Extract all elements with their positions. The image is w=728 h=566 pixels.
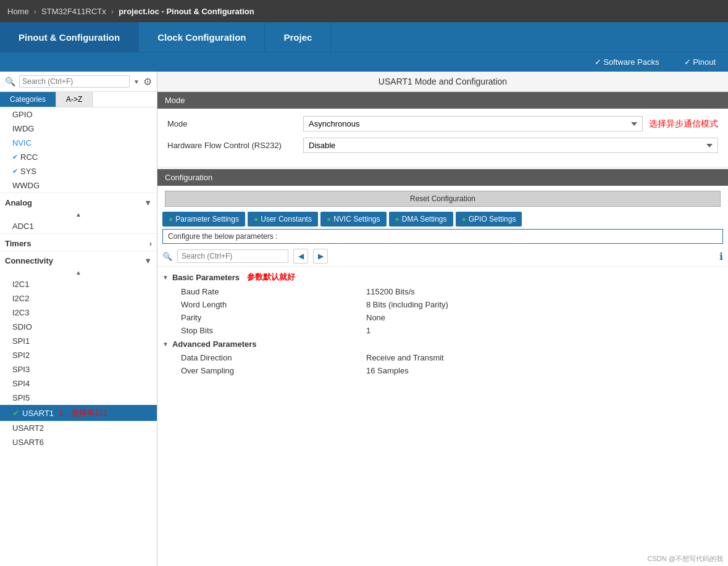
mode-label: Mode bbox=[167, 119, 303, 128]
breadcrumb-home[interactable]: Home bbox=[7, 7, 29, 16]
sidebar-tabs: Categories A->Z bbox=[0, 92, 157, 107]
params-note: Configure the below parameters : bbox=[162, 229, 723, 244]
mode-form-row: Mode Asynchronous Synchronous Disable 选择… bbox=[167, 116, 718, 131]
sidebar-item-usart2[interactable]: USART2 bbox=[0, 421, 157, 435]
usart1-annotation: 1，选择串口1 bbox=[59, 407, 107, 418]
params-row-data-direction: Data Direction Receive and Transmit bbox=[162, 351, 723, 364]
dma-tab-check-icon: ● bbox=[395, 215, 400, 223]
sidebar-tab-categories[interactable]: Categories bbox=[0, 92, 56, 107]
config-tab-gpio-settings[interactable]: ● GPIO Settings bbox=[456, 212, 522, 227]
mode-section-header: Mode bbox=[157, 92, 728, 109]
gear-icon[interactable]: ⚙ bbox=[143, 76, 152, 88]
params-row-word-length: Word Length 8 Bits (including Parity) bbox=[162, 298, 723, 311]
config-tab-parameter-settings[interactable]: ● Parameter Settings bbox=[162, 212, 245, 227]
tab-clock[interactable]: Clock Configuration bbox=[139, 22, 265, 52]
sidebar-item-nvic[interactable]: NVIC bbox=[0, 136, 157, 150]
params-content: ▼ Basic Parameters 参数默认就好 Baud Rate 1152… bbox=[157, 267, 728, 566]
sidebar-item-usart6[interactable]: USART6 bbox=[0, 435, 157, 449]
sidebar-tab-az[interactable]: A->Z bbox=[56, 92, 93, 107]
sidebar-search-row: 🔍 ▼ ⚙ bbox=[0, 72, 157, 92]
sidebar-item-i2c1[interactable]: I2C1 bbox=[0, 277, 157, 291]
sidebar-item-spi2[interactable]: SPI2 bbox=[0, 348, 157, 362]
timers-arrow: › bbox=[149, 239, 152, 248]
nvic-tab-check-icon: ● bbox=[327, 215, 331, 223]
sidebar-item-adc1[interactable]: ADC1 bbox=[0, 219, 157, 233]
params-nav-prev-button[interactable]: ◀ bbox=[293, 249, 308, 264]
config-tabs: ● Parameter Settings ● User Constants ● … bbox=[157, 212, 728, 227]
config-tab-nvic-settings[interactable]: ● NVIC Settings bbox=[320, 212, 387, 227]
config-tab-user-constants[interactable]: ● User Constants bbox=[248, 212, 318, 227]
params-row-stop-bits: Stop Bits 1 bbox=[162, 324, 723, 337]
params-search-row: 🔍 ◀ ▶ ℹ bbox=[157, 246, 728, 267]
sidebar-scroll-up-conn[interactable]: ▲ bbox=[0, 268, 157, 277]
params-row-baud-rate: Baud Rate 115200 Bits/s bbox=[162, 285, 723, 298]
analog-arrow: ▼ bbox=[144, 198, 152, 207]
sidebar-item-usart1[interactable]: ✔ USART1 1，选择串口1 bbox=[0, 405, 157, 421]
mode-select[interactable]: Asynchronous Synchronous Disable bbox=[303, 116, 643, 131]
tab-project[interactable]: Projec bbox=[265, 22, 331, 52]
sidebar-section-analog[interactable]: Analog ▼ bbox=[0, 193, 157, 210]
config-section: Configuration Reset Configuration ● Para… bbox=[157, 169, 728, 566]
sidebar-item-i2c2[interactable]: I2C2 bbox=[0, 291, 157, 306]
user-tab-check-icon: ● bbox=[254, 215, 258, 223]
sidebar-item-spi5[interactable]: SPI5 bbox=[0, 391, 157, 405]
basic-params-annotation: 参数默认就好 bbox=[247, 272, 295, 283]
breadcrumb-chip[interactable]: STM32F411RCTx bbox=[41, 7, 106, 16]
sidebar-item-sdio[interactable]: SDIO bbox=[0, 320, 157, 334]
search-icon: 🔍 bbox=[5, 77, 15, 86]
sidebar-item-wwdg[interactable]: WWDG bbox=[0, 178, 157, 193]
search-input[interactable] bbox=[19, 75, 130, 88]
sidebar-item-iwdg[interactable]: IWDG bbox=[0, 122, 157, 136]
connectivity-arrow: ▼ bbox=[144, 256, 152, 265]
params-search-icon: 🔍 bbox=[162, 252, 172, 261]
mode-section: Mode Mode Asynchronous Synchronous Disab… bbox=[157, 92, 728, 167]
sidebar-item-gpio[interactable]: GPIO bbox=[0, 107, 157, 122]
config-section-header: Configuration bbox=[157, 169, 728, 186]
watermark: CSDN @不想写代码的我 bbox=[648, 554, 723, 564]
mode-body: Mode Asynchronous Synchronous Disable 选择… bbox=[157, 109, 728, 167]
sidebar-item-rcc[interactable]: ✔ RCC bbox=[0, 150, 157, 164]
mode-annotation: 选择异步通信模式 bbox=[649, 119, 718, 130]
config-tab-dma-settings[interactable]: ● DMA Settings bbox=[389, 212, 453, 227]
breadcrumb: Home › STM32F411RCTx › project.ioc - Pin… bbox=[0, 0, 728, 22]
reset-configuration-button[interactable]: Reset Configuration bbox=[165, 191, 721, 207]
tab-pinout[interactable]: Pinout & Configuration bbox=[0, 22, 139, 52]
basic-params-group-header[interactable]: ▼ Basic Parameters 参数默认就好 bbox=[162, 269, 723, 285]
params-search-input[interactable] bbox=[177, 249, 288, 263]
advanced-params-group-header[interactable]: ▼ Advanced Parameters bbox=[162, 337, 723, 351]
sidebar-item-spi4[interactable]: SPI4 bbox=[0, 377, 157, 391]
sidebar-item-sys[interactable]: ✔ SYS bbox=[0, 164, 157, 178]
params-row-parity: Parity None bbox=[162, 311, 723, 324]
content-title: USART1 Mode and Configuration bbox=[157, 72, 728, 92]
sidebar-scroll-up-analog[interactable]: ▲ bbox=[0, 210, 157, 219]
hw-flow-select[interactable]: Disable CTS Only RTS Only CTS/RTS bbox=[303, 138, 718, 153]
sidebar-item-spi1[interactable]: SPI1 bbox=[0, 334, 157, 348]
sidebar-section-timers[interactable]: Timers › bbox=[0, 233, 157, 251]
sidebar-section-connectivity[interactable]: Connectivity ▼ bbox=[0, 251, 157, 268]
sub-tab-bar: ✓ Software Packs ✓ Pinout bbox=[0, 52, 728, 72]
sidebar-item-spi3[interactable]: SPI3 bbox=[0, 362, 157, 377]
sidebar-item-i2c3[interactable]: I2C3 bbox=[0, 306, 157, 320]
gpio-tab-check-icon: ● bbox=[462, 215, 466, 223]
advanced-params-arrow-icon: ▼ bbox=[162, 341, 169, 348]
main-tab-bar: Pinout & Configuration Clock Configurati… bbox=[0, 22, 728, 52]
hw-flow-form-row: Hardware Flow Control (RS232) Disable CT… bbox=[167, 138, 718, 153]
param-tab-check-icon: ● bbox=[169, 215, 173, 223]
breadcrumb-project: project.ioc - Pinout & Configuration bbox=[119, 7, 254, 16]
sub-tab-pinout[interactable]: ✓ Pinout bbox=[672, 57, 728, 67]
dropdown-arrow: ▼ bbox=[133, 78, 140, 85]
usart1-check-icon: ✔ bbox=[12, 408, 20, 418]
main-layout: 🔍 ▼ ⚙ Categories A->Z GPIO IWDG NVIC ✔ R… bbox=[0, 72, 728, 566]
info-icon[interactable]: ℹ bbox=[719, 251, 723, 262]
content-area: USART1 Mode and Configuration Mode Mode … bbox=[157, 72, 728, 566]
sub-tab-software-packs[interactable]: ✓ Software Packs bbox=[582, 57, 672, 67]
sidebar: 🔍 ▼ ⚙ Categories A->Z GPIO IWDG NVIC ✔ R… bbox=[0, 72, 157, 566]
params-nav-next-button[interactable]: ▶ bbox=[313, 249, 328, 264]
hw-flow-label: Hardware Flow Control (RS232) bbox=[167, 141, 303, 150]
sidebar-content: GPIO IWDG NVIC ✔ RCC ✔ SYS WWDG Analog ▼… bbox=[0, 107, 157, 566]
params-row-over-sampling: Over Sampling 16 Samples bbox=[162, 364, 723, 377]
basic-params-arrow-icon: ▼ bbox=[162, 274, 169, 281]
